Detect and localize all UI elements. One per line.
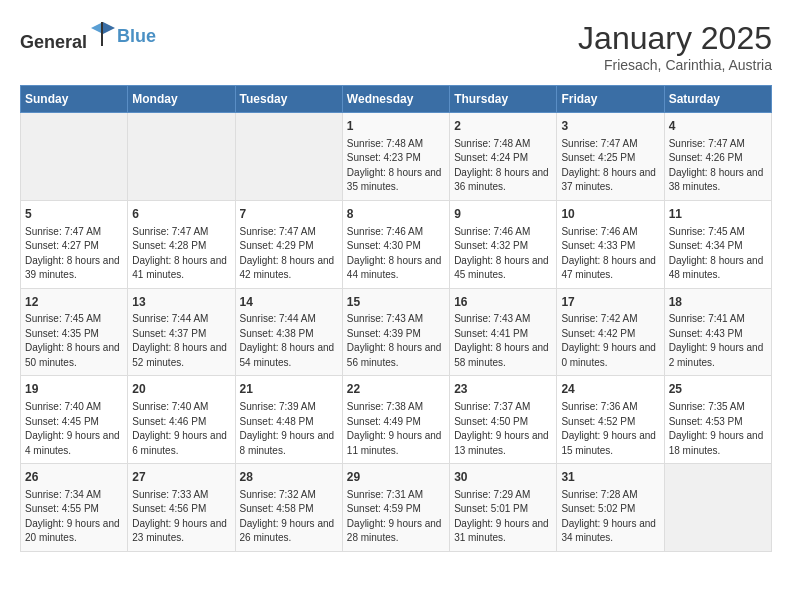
- cell-content: Sunrise: 7:40 AM Sunset: 4:46 PM Dayligh…: [132, 400, 230, 458]
- cell-content: Sunrise: 7:36 AM Sunset: 4:52 PM Dayligh…: [561, 400, 659, 458]
- svg-rect-2: [101, 22, 103, 46]
- day-number: 20: [132, 381, 230, 398]
- calendar-cell: 24Sunrise: 7:36 AM Sunset: 4:52 PM Dayli…: [557, 376, 664, 464]
- calendar-cell: 7Sunrise: 7:47 AM Sunset: 4:29 PM Daylig…: [235, 200, 342, 288]
- calendar-cell: 18Sunrise: 7:41 AM Sunset: 4:43 PM Dayli…: [664, 288, 771, 376]
- calendar-cell: 29Sunrise: 7:31 AM Sunset: 4:59 PM Dayli…: [342, 464, 449, 552]
- day-of-week-header: Sunday: [21, 86, 128, 113]
- calendar-cell: 25Sunrise: 7:35 AM Sunset: 4:53 PM Dayli…: [664, 376, 771, 464]
- calendar-cell: 1Sunrise: 7:48 AM Sunset: 4:23 PM Daylig…: [342, 113, 449, 201]
- calendar-cell: 13Sunrise: 7:44 AM Sunset: 4:37 PM Dayli…: [128, 288, 235, 376]
- day-number: 30: [454, 469, 552, 486]
- day-number: 11: [669, 206, 767, 223]
- location-subtitle: Friesach, Carinthia, Austria: [578, 57, 772, 73]
- calendar-cell: 19Sunrise: 7:40 AM Sunset: 4:45 PM Dayli…: [21, 376, 128, 464]
- cell-content: Sunrise: 7:45 AM Sunset: 4:34 PM Dayligh…: [669, 225, 767, 283]
- calendar-cell: 10Sunrise: 7:46 AM Sunset: 4:33 PM Dayli…: [557, 200, 664, 288]
- cell-content: Sunrise: 7:33 AM Sunset: 4:56 PM Dayligh…: [132, 488, 230, 546]
- day-number: 28: [240, 469, 338, 486]
- calendar-cell: 6Sunrise: 7:47 AM Sunset: 4:28 PM Daylig…: [128, 200, 235, 288]
- day-number: 5: [25, 206, 123, 223]
- logo: General Blue: [20, 20, 156, 53]
- cell-content: Sunrise: 7:31 AM Sunset: 4:59 PM Dayligh…: [347, 488, 445, 546]
- calendar-cell: 9Sunrise: 7:46 AM Sunset: 4:32 PM Daylig…: [450, 200, 557, 288]
- calendar-week-row: 1Sunrise: 7:48 AM Sunset: 4:23 PM Daylig…: [21, 113, 772, 201]
- calendar-cell: [664, 464, 771, 552]
- day-number: 16: [454, 294, 552, 311]
- day-number: 26: [25, 469, 123, 486]
- day-number: 13: [132, 294, 230, 311]
- day-of-week-header: Tuesday: [235, 86, 342, 113]
- cell-content: Sunrise: 7:43 AM Sunset: 4:41 PM Dayligh…: [454, 312, 552, 370]
- day-number: 14: [240, 294, 338, 311]
- calendar-cell: 14Sunrise: 7:44 AM Sunset: 4:38 PM Dayli…: [235, 288, 342, 376]
- calendar-header: SundayMondayTuesdayWednesdayThursdayFrid…: [21, 86, 772, 113]
- cell-content: Sunrise: 7:38 AM Sunset: 4:49 PM Dayligh…: [347, 400, 445, 458]
- calendar-cell: [128, 113, 235, 201]
- calendar-cell: 22Sunrise: 7:38 AM Sunset: 4:49 PM Dayli…: [342, 376, 449, 464]
- calendar-cell: 26Sunrise: 7:34 AM Sunset: 4:55 PM Dayli…: [21, 464, 128, 552]
- day-number: 24: [561, 381, 659, 398]
- day-number: 31: [561, 469, 659, 486]
- calendar-cell: 8Sunrise: 7:46 AM Sunset: 4:30 PM Daylig…: [342, 200, 449, 288]
- day-number: 2: [454, 118, 552, 135]
- day-number: 21: [240, 381, 338, 398]
- day-number: 8: [347, 206, 445, 223]
- calendar-cell: 20Sunrise: 7:40 AM Sunset: 4:46 PM Dayli…: [128, 376, 235, 464]
- calendar-cell: [21, 113, 128, 201]
- cell-content: Sunrise: 7:39 AM Sunset: 4:48 PM Dayligh…: [240, 400, 338, 458]
- days-of-week-row: SundayMondayTuesdayWednesdayThursdayFrid…: [21, 86, 772, 113]
- calendar-cell: 17Sunrise: 7:42 AM Sunset: 4:42 PM Dayli…: [557, 288, 664, 376]
- calendar-week-row: 5Sunrise: 7:47 AM Sunset: 4:27 PM Daylig…: [21, 200, 772, 288]
- day-number: 18: [669, 294, 767, 311]
- calendar-cell: [235, 113, 342, 201]
- cell-content: Sunrise: 7:35 AM Sunset: 4:53 PM Dayligh…: [669, 400, 767, 458]
- title-block: January 2025 Friesach, Carinthia, Austri…: [578, 20, 772, 73]
- cell-content: Sunrise: 7:47 AM Sunset: 4:28 PM Dayligh…: [132, 225, 230, 283]
- day-number: 1: [347, 118, 445, 135]
- day-number: 27: [132, 469, 230, 486]
- day-number: 12: [25, 294, 123, 311]
- logo-blue: Blue: [117, 26, 156, 47]
- cell-content: Sunrise: 7:48 AM Sunset: 4:24 PM Dayligh…: [454, 137, 552, 195]
- cell-content: Sunrise: 7:34 AM Sunset: 4:55 PM Dayligh…: [25, 488, 123, 546]
- day-number: 10: [561, 206, 659, 223]
- calendar-cell: 5Sunrise: 7:47 AM Sunset: 4:27 PM Daylig…: [21, 200, 128, 288]
- day-of-week-header: Wednesday: [342, 86, 449, 113]
- day-number: 23: [454, 381, 552, 398]
- cell-content: Sunrise: 7:42 AM Sunset: 4:42 PM Dayligh…: [561, 312, 659, 370]
- calendar-week-row: 26Sunrise: 7:34 AM Sunset: 4:55 PM Dayli…: [21, 464, 772, 552]
- calendar-cell: 16Sunrise: 7:43 AM Sunset: 4:41 PM Dayli…: [450, 288, 557, 376]
- calendar-cell: 21Sunrise: 7:39 AM Sunset: 4:48 PM Dayli…: [235, 376, 342, 464]
- calendar-cell: 3Sunrise: 7:47 AM Sunset: 4:25 PM Daylig…: [557, 113, 664, 201]
- day-number: 9: [454, 206, 552, 223]
- calendar-cell: 11Sunrise: 7:45 AM Sunset: 4:34 PM Dayli…: [664, 200, 771, 288]
- calendar-cell: 30Sunrise: 7:29 AM Sunset: 5:01 PM Dayli…: [450, 464, 557, 552]
- cell-content: Sunrise: 7:47 AM Sunset: 4:29 PM Dayligh…: [240, 225, 338, 283]
- calendar-cell: 15Sunrise: 7:43 AM Sunset: 4:39 PM Dayli…: [342, 288, 449, 376]
- cell-content: Sunrise: 7:45 AM Sunset: 4:35 PM Dayligh…: [25, 312, 123, 370]
- day-number: 22: [347, 381, 445, 398]
- month-title: January 2025: [578, 20, 772, 57]
- calendar-cell: 23Sunrise: 7:37 AM Sunset: 4:50 PM Dayli…: [450, 376, 557, 464]
- cell-content: Sunrise: 7:29 AM Sunset: 5:01 PM Dayligh…: [454, 488, 552, 546]
- cell-content: Sunrise: 7:47 AM Sunset: 4:25 PM Dayligh…: [561, 137, 659, 195]
- cell-content: Sunrise: 7:41 AM Sunset: 4:43 PM Dayligh…: [669, 312, 767, 370]
- cell-content: Sunrise: 7:40 AM Sunset: 4:45 PM Dayligh…: [25, 400, 123, 458]
- cell-content: Sunrise: 7:43 AM Sunset: 4:39 PM Dayligh…: [347, 312, 445, 370]
- day-of-week-header: Thursday: [450, 86, 557, 113]
- logo-general: General: [20, 32, 87, 52]
- page-header: General Blue January 2025 Friesach, Cari…: [20, 20, 772, 73]
- calendar-week-row: 12Sunrise: 7:45 AM Sunset: 4:35 PM Dayli…: [21, 288, 772, 376]
- day-number: 25: [669, 381, 767, 398]
- cell-content: Sunrise: 7:44 AM Sunset: 4:38 PM Dayligh…: [240, 312, 338, 370]
- cell-content: Sunrise: 7:46 AM Sunset: 4:30 PM Dayligh…: [347, 225, 445, 283]
- calendar-cell: 28Sunrise: 7:32 AM Sunset: 4:58 PM Dayli…: [235, 464, 342, 552]
- calendar-cell: 2Sunrise: 7:48 AM Sunset: 4:24 PM Daylig…: [450, 113, 557, 201]
- calendar-week-row: 19Sunrise: 7:40 AM Sunset: 4:45 PM Dayli…: [21, 376, 772, 464]
- day-number: 19: [25, 381, 123, 398]
- cell-content: Sunrise: 7:28 AM Sunset: 5:02 PM Dayligh…: [561, 488, 659, 546]
- cell-content: Sunrise: 7:37 AM Sunset: 4:50 PM Dayligh…: [454, 400, 552, 458]
- day-of-week-header: Saturday: [664, 86, 771, 113]
- day-number: 4: [669, 118, 767, 135]
